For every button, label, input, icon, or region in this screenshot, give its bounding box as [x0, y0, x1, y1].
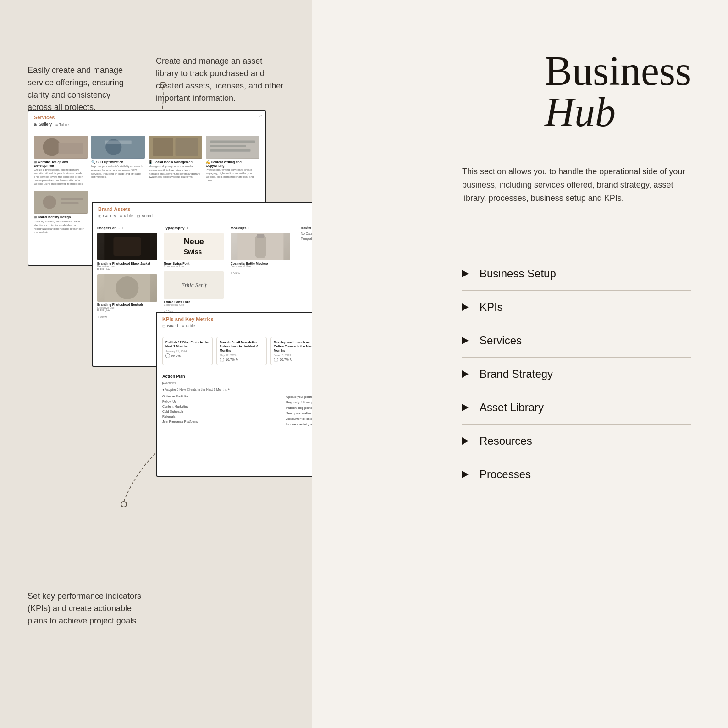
nav-item-kpis[interactable]: KPIs [462, 291, 691, 324]
service-img-social [149, 136, 202, 159]
nav-item-asset-library[interactable]: Asset Library [462, 391, 691, 425]
service-desc-social: Manage and grow your social media presen… [149, 165, 202, 179]
kpi-card-blog: Publish 12 Blog Posts in the Next 3 Mont… [162, 337, 213, 365]
brand-item-jacket: Branding Photoshoot Black Jacket Exclusi… [97, 233, 164, 270]
imagery-column: Imagery an... + Branding Photoshoot Blac… [97, 226, 164, 354]
nav-label-asset-library: Asset Library [480, 401, 544, 414]
annotation-kpis: Set key performance indicators (KPIs) an… [28, 590, 151, 627]
svg-point-28 [116, 276, 138, 299]
nav-arrow-asset-library [462, 404, 469, 411]
services-tabs: ⊞ Gallery ≡ Table [34, 122, 259, 127]
nav-list: Business Setup KPIs Services Brand Strat… [462, 257, 691, 491]
service-card-website: ⊞ Website Design and Development Create … [34, 136, 88, 186]
nav-label-services: Services [480, 334, 522, 347]
brand-img-neue: NeueSwiss [164, 233, 224, 260]
nav-label-business-setup: Business Setup [480, 267, 556, 280]
service-img-brand-identity [34, 191, 88, 214]
service-desc-website: Create a professional and responsive web… [34, 168, 88, 186]
brand-item-bottle-name: Cosmetic Bottle Mockup [231, 262, 297, 265]
typography-col-header: Typography + [164, 226, 230, 230]
svg-rect-15 [153, 138, 173, 156]
svg-rect-19 [210, 145, 246, 147]
nav-label-kpis: KPIs [480, 301, 503, 314]
nav-item-services[interactable]: Services [462, 324, 691, 358]
kpi-card-course-progress: 66.7% ↻ [274, 358, 318, 362]
service-card-content: ✍ Content Writing and Copywriting Profes… [206, 136, 259, 186]
kpi-card-course-title: Develop and Launch an Online Course in t… [274, 340, 318, 353]
svg-rect-13 [105, 140, 132, 144]
service-card-social: 📱 Social Media Management Manage and gro… [149, 136, 202, 186]
brand-assets-title: Brand Assets [98, 206, 342, 212]
kpi-tab-table[interactable]: ≡ Table [182, 324, 195, 328]
brand-item-ethica: Ethic Serif Ethica Sans Font Commercial … [164, 271, 230, 306]
service-desc-brand-identity: Creating a strong and cohesive brand ide… [34, 220, 88, 234]
service-title-seo: 🔍 SEO Optimization [91, 160, 145, 164]
action-item-followup: Follow Up [162, 399, 282, 404]
brand-item-neue-sub: Commercial Use [164, 265, 230, 268]
brand-item-ethica-sub: Commercial Use [164, 303, 230, 306]
progress-icon-email [220, 358, 224, 362]
expand-icon-services[interactable]: ↗ [259, 114, 262, 118]
right-panel: Business Hub This section allows you to … [312, 0, 728, 728]
svg-rect-21 [34, 191, 88, 214]
service-img-website [34, 136, 88, 159]
brand-item-neue-name: Neue Swiss Font [164, 262, 230, 265]
nav-item-brand-strategy[interactable]: Brand Strategy [462, 358, 691, 391]
imagery-col-header: Imagery an... + [97, 226, 164, 230]
svg-rect-10 [59, 143, 83, 154]
progress-icon-course [274, 358, 278, 362]
nav-arrow-brand-strategy [462, 370, 469, 378]
nav-arrow-kpis [462, 303, 469, 311]
nav-arrow-business-setup [462, 270, 469, 277]
nav-item-processes[interactable]: Processes [462, 458, 691, 491]
svg-rect-26 [113, 237, 141, 256]
brand-img-ethica: Ethic Serif [164, 271, 224, 299]
bh-title-italic: Hub [545, 92, 691, 133]
brand-tab-gallery[interactable]: ⊞ Gallery [98, 214, 116, 218]
bh-description: This section allows you to handle the op… [462, 165, 691, 204]
action-item-cold-outreach: Cold Outreach [162, 409, 282, 414]
progress-icon-blog [165, 353, 170, 358]
kpi-card-email-title: Double Email Newsletter Subscribers in t… [220, 340, 264, 353]
mockups-col-header: Mockups + [231, 226, 297, 230]
action-item-portfolio: Optimize Portfolio [162, 394, 282, 399]
services-grid-row1: ⊞ Website Design and Development Create … [28, 131, 265, 191]
tab-table[interactable]: ≡ Table [55, 122, 69, 127]
service-img-seo [91, 136, 145, 159]
brand-tab-table[interactable]: ≡ Table [120, 214, 133, 218]
brand-tab-board[interactable]: ⊟ Board [137, 214, 153, 218]
annotation-services: Easily create and manage service offerin… [28, 64, 128, 114]
service-card-seo: 🔍 SEO Optimization Improve your website'… [91, 136, 145, 186]
nav-item-business-setup[interactable]: Business Setup [462, 257, 691, 291]
kpi-card-blog-date: January 31, 2024 [165, 350, 210, 353]
kpi-tab-board[interactable]: ⊟ Board [162, 324, 178, 328]
brand-item-bottle: Cosmetic Bottle Mockup Commercial Use [231, 233, 297, 268]
service-title-website: ⊞ Website Design and Development [34, 160, 88, 167]
kpi-card-blog-title: Publish 12 Blog Posts in the Next 3 Mont… [165, 340, 210, 348]
svg-rect-24 [61, 202, 79, 204]
service-card-brand-identity: ⊞ Brand Identity Design Creating a stron… [34, 191, 88, 234]
bh-title-main: Business [545, 50, 691, 92]
service-title-content: ✍ Content Writing and Copywriting [206, 160, 259, 167]
brand-item-neue: NeueSwiss Neue Swiss Font Commercial Use [164, 233, 230, 268]
kpi-card-email-date: May 02, 2024 [220, 354, 264, 357]
kpi-card-email-progress: 16.7% ↻ [220, 358, 264, 362]
mockups-view-more[interactable]: + View [231, 271, 297, 275]
service-title-brand-identity: ⊞ Brand Identity Design [34, 215, 88, 219]
imagery-view-more[interactable]: + View [97, 315, 164, 319]
annotation-assets: Create and manage an asset library to tr… [156, 55, 284, 105]
service-desc-content: Professional writing services to create … [206, 168, 259, 182]
brand-img-bottle [231, 233, 291, 260]
business-hub-title-block: Business Hub [545, 50, 691, 133]
svg-rect-23 [61, 198, 83, 200]
nav-label-resources: Resources [480, 435, 532, 447]
svg-rect-20 [210, 149, 251, 152]
brand-img-jacket [97, 233, 157, 260]
nav-item-resources[interactable]: Resources [462, 425, 691, 458]
tab-gallery[interactable]: ⊞ Gallery [34, 122, 52, 127]
action-item-freelance: Join Freelance Platforms [162, 419, 282, 424]
brand-item-ethica-name: Ethica Sans Font [164, 300, 230, 303]
kpi-card-blog-progress: 66.7% [165, 353, 210, 358]
nav-arrow-resources [462, 437, 469, 445]
svg-rect-30 [255, 235, 266, 258]
